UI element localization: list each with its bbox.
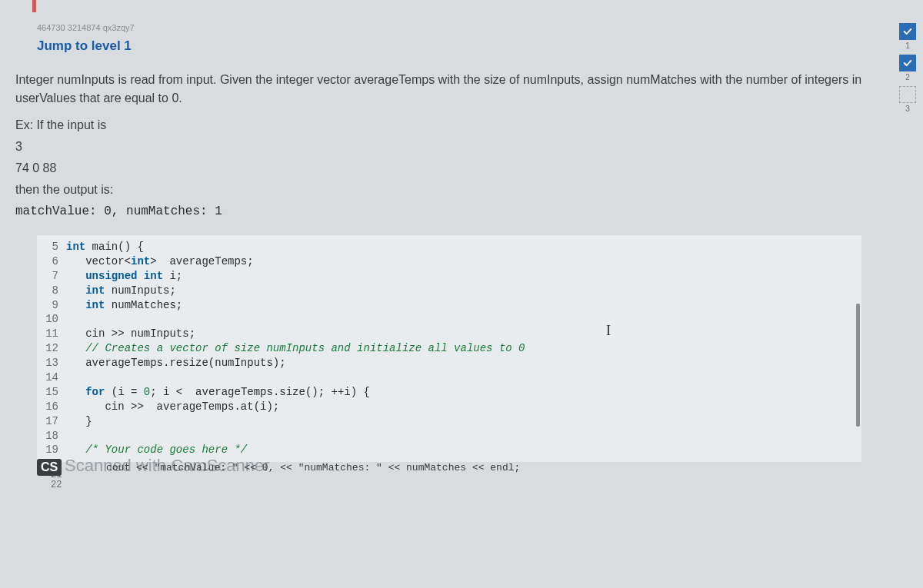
camscanner-badge: CS <box>37 459 62 476</box>
code-scrollbar[interactable] <box>856 304 860 557</box>
progress-step-2[interactable]: 2 <box>899 55 916 81</box>
code-line: 11 cin >> numInputs; <box>37 327 861 341</box>
example-input-2: 74 0 88 <box>15 161 877 175</box>
code-line: 14 <box>37 370 861 385</box>
check-icon <box>899 55 916 71</box>
document-id: 464730 3214874 qx3zqy7 <box>37 23 877 32</box>
jump-to-level-link[interactable]: Jump to level 1 <box>37 38 877 54</box>
obscured-code-fragment: cout << "matchValue: " << 0, << "numMatc… <box>106 462 520 473</box>
code-line: 6 vector<int> averageTemps; <box>37 254 861 269</box>
expected-output: matchValue: 0, numMatches: 1 <box>15 204 877 218</box>
code-line: 8 int numInputs; <box>37 284 861 298</box>
code-line: 5int main() { <box>37 240 861 254</box>
code-line: 18 <box>37 429 861 443</box>
top-marker <box>32 0 36 12</box>
example-input-1: 3 <box>15 140 877 154</box>
code-editor[interactable]: 5int main() { 6 vector<int> averageTemps… <box>37 235 861 462</box>
code-line: 9 int numMatches; <box>37 298 861 313</box>
progress-step-3[interactable]: 3 <box>899 86 916 113</box>
code-line: 15 for (i = 0; i < averageTemps.size(); … <box>37 385 861 400</box>
question-prompt: Integer numInputs is read from input. Gi… <box>15 71 877 108</box>
scroll-thumb[interactable] <box>856 304 860 427</box>
progress-rail: 1 2 3 <box>892 0 923 588</box>
code-line: 12 // Creates a vector of size numInputs… <box>37 341 861 356</box>
code-line: 17 } <box>37 414 861 429</box>
code-line: 16 cin >> averageTemps.at(i); <box>37 400 861 414</box>
watermark-row: 20 21 22 CS Scanned with CamScanner cout… <box>37 457 877 482</box>
empty-step-icon <box>899 86 916 103</box>
text-cursor: I <box>606 323 611 339</box>
example-label: Ex: If the input is <box>15 118 877 132</box>
check-icon <box>899 23 916 40</box>
output-label: then the output is: <box>15 183 877 197</box>
code-line: 10 <box>37 312 861 327</box>
progress-step-1[interactable]: 1 <box>899 23 916 50</box>
question-panel: 464730 3214874 qx3zqy7 Jump to level 1 I… <box>0 0 892 588</box>
code-line: 7 unsigned int i; <box>37 269 861 284</box>
code-line: 13 averageTemps.resize(numInputs); <box>37 356 861 370</box>
